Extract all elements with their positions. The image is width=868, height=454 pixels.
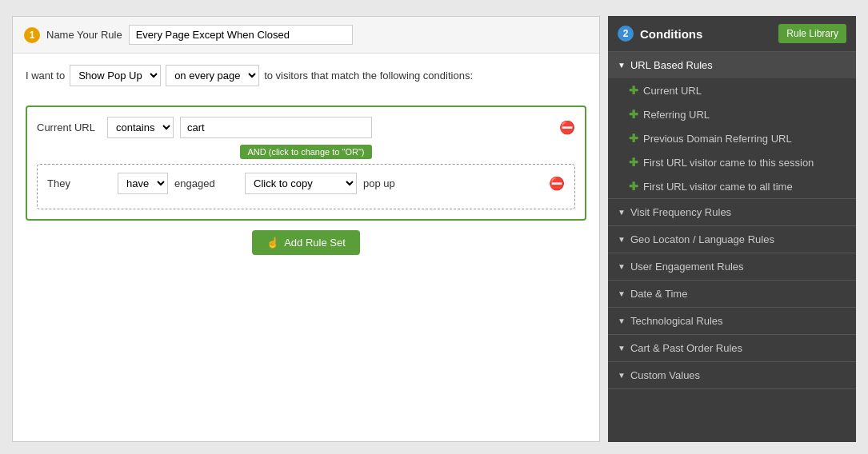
visit-frequency-section[interactable]: ▼ Visit Frequency Rules bbox=[608, 199, 856, 226]
page-select[interactable]: on every page bbox=[166, 65, 259, 86]
url-based-rules-label: URL Based Rules bbox=[630, 59, 713, 71]
condition2-they-label: They bbox=[47, 177, 111, 189]
geo-location-section[interactable]: ▼ Geo Locaton / Language Rules bbox=[608, 226, 856, 253]
first-url-all-time-label: First URL visitor came to all time bbox=[643, 181, 793, 193]
condition1-label: Current URL bbox=[37, 121, 101, 133]
conditions-area: Current URL contains ⛔ AND (click to cha… bbox=[13, 98, 599, 268]
sidebar-item-referring-url[interactable]: ✚ Referring URL bbox=[608, 102, 856, 126]
rule-name-label: Name Your Rule bbox=[46, 29, 122, 41]
show-popup-select[interactable]: Show Pop Up bbox=[70, 65, 161, 86]
right-panel: 2 Conditions Rule Library ▼ URL Based Ru… bbox=[608, 16, 856, 442]
rule-set-box: Current URL contains ⛔ AND (click to cha… bbox=[26, 106, 586, 221]
sidebar-item-current-url[interactable]: ✚ Current URL bbox=[608, 78, 856, 102]
sidebar-item-first-url-session[interactable]: ✚ First URL visitor came to this session bbox=[608, 150, 856, 174]
add-rule-set-button[interactable]: ☝ Add Rule Set bbox=[252, 230, 360, 255]
add-rule-set-label: Add Rule Set bbox=[284, 237, 346, 249]
plus-icon-referring-url: ✚ bbox=[629, 108, 638, 121]
current-url-label: Current URL bbox=[643, 85, 702, 97]
step2-badge: 2 bbox=[618, 26, 634, 42]
intent-prefix: I want to bbox=[26, 70, 65, 82]
plus-icon-first-url-session: ✚ bbox=[629, 156, 638, 169]
date-time-section[interactable]: ▼ Date & Time bbox=[608, 281, 856, 308]
left-panel: 1 Name Your Rule I want to Show Pop Up o… bbox=[12, 16, 600, 442]
remove-condition2-btn[interactable]: ⛔ bbox=[549, 177, 565, 190]
user-engagement-chevron: ▼ bbox=[618, 262, 626, 271]
conditions-title-group: 2 Conditions bbox=[618, 26, 702, 42]
visit-frequency-chevron: ▼ bbox=[618, 208, 626, 217]
sidebar-item-previous-domain[interactable]: ✚ Previous Domain Referring URL bbox=[608, 126, 856, 150]
technological-rules-label: Technological Rules bbox=[630, 315, 723, 327]
technological-chevron: ▼ bbox=[618, 317, 626, 325]
and-or-button[interactable]: AND (click to change to "OR") bbox=[240, 145, 373, 159]
previous-domain-label: Previous Domain Referring URL bbox=[643, 133, 792, 145]
second-condition-box: They have engaged Click to copy pop up ⛔ bbox=[37, 164, 575, 209]
custom-values-chevron: ▼ bbox=[618, 371, 626, 380]
intent-suffix: to visitors that match the following con… bbox=[264, 70, 473, 82]
plus-icon-current-url: ✚ bbox=[629, 84, 638, 97]
contains-select[interactable]: contains bbox=[107, 117, 174, 138]
technological-rules-section[interactable]: ▼ Technological Rules bbox=[608, 308, 856, 335]
geo-location-chevron: ▼ bbox=[618, 235, 626, 244]
rule-name-input[interactable] bbox=[129, 25, 353, 45]
condition-row-1: Current URL contains ⛔ bbox=[37, 117, 575, 138]
cart-past-order-chevron: ▼ bbox=[618, 344, 626, 352]
user-engagement-section[interactable]: ▼ User Engagement Rules bbox=[608, 253, 856, 281]
add-rule-set-container: ☝ Add Rule Set bbox=[26, 230, 586, 255]
engaged-label: engaged bbox=[174, 177, 238, 189]
cart-past-order-label: Cart & Past Order Rules bbox=[630, 342, 742, 354]
custom-values-label: Custom Values bbox=[630, 369, 700, 381]
date-time-label: Date & Time bbox=[630, 288, 688, 300]
rule-name-bar: 1 Name Your Rule bbox=[13, 17, 599, 54]
intent-bar: I want to Show Pop Up on every page to v… bbox=[13, 54, 599, 98]
plus-icon-first-url-all-time: ✚ bbox=[629, 180, 638, 193]
user-engagement-label: User Engagement Rules bbox=[630, 261, 744, 273]
url-based-rules-header[interactable]: ▼ URL Based Rules bbox=[608, 52, 856, 78]
conditions-title: Conditions bbox=[640, 27, 702, 41]
first-url-session-label: First URL visitor came to this session bbox=[643, 157, 814, 169]
condition1-input[interactable] bbox=[180, 117, 372, 138]
conditions-header: 2 Conditions Rule Library bbox=[608, 16, 856, 52]
url-based-rules-section: ▼ URL Based Rules ✚ Current URL ✚ Referr… bbox=[608, 52, 856, 199]
step1-badge: 1 bbox=[24, 27, 40, 43]
condition-row-2: They have engaged Click to copy pop up ⛔ bbox=[47, 173, 565, 194]
referring-url-label: Referring URL bbox=[643, 109, 710, 121]
rule-library-button[interactable]: Rule Library bbox=[778, 24, 846, 43]
hand-icon: ☝ bbox=[266, 237, 279, 249]
date-time-chevron: ▼ bbox=[618, 289, 626, 298]
url-chevron-icon: ▼ bbox=[618, 61, 626, 70]
custom-values-section[interactable]: ▼ Custom Values bbox=[608, 362, 856, 389]
plus-icon-previous-domain: ✚ bbox=[629, 132, 638, 145]
sidebar-item-first-url-all-time[interactable]: ✚ First URL visitor came to all time bbox=[608, 174, 856, 198]
cart-past-order-section[interactable]: ▼ Cart & Past Order Rules bbox=[608, 335, 856, 362]
popup-label: pop up bbox=[363, 177, 427, 189]
click-copy-select[interactable]: Click to copy bbox=[245, 173, 357, 194]
have-select[interactable]: have bbox=[118, 173, 168, 194]
remove-condition1-btn[interactable]: ⛔ bbox=[559, 121, 575, 134]
geo-location-label: Geo Locaton / Language Rules bbox=[630, 233, 774, 245]
visit-frequency-label: Visit Frequency Rules bbox=[630, 206, 731, 218]
and-or-toggle: AND (click to change to "OR") bbox=[37, 145, 575, 159]
